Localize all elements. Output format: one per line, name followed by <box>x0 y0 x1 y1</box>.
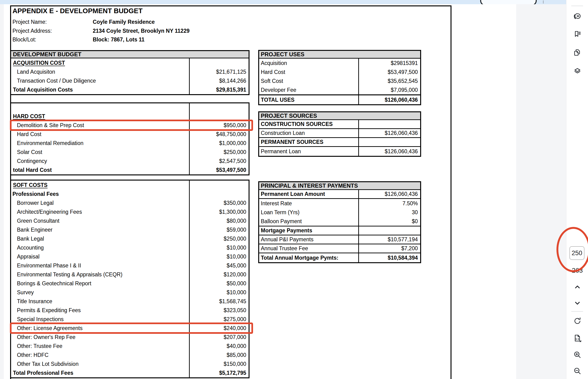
rotate-icon[interactable] <box>573 317 582 326</box>
row-value: $50,000 <box>190 279 248 288</box>
row-label: Annual Trustee Fee <box>259 244 359 253</box>
budget-row: ACQUISITION COST <box>11 58 248 67</box>
row-value: $275,000 <box>190 315 248 324</box>
row-value: $126,060,436 <box>359 95 420 104</box>
chevron-down-icon[interactable] <box>573 299 582 308</box>
row-value: $59,000 <box>190 225 248 234</box>
row-label: Hard Cost <box>11 130 190 139</box>
budget-row: Borrower Legal$350,000 <box>11 198 248 207</box>
viewer-sidebar: 263 1:1 <box>566 0 588 379</box>
project-name-row: Project Name: Coyle Family Residence <box>13 18 155 25</box>
row-label: Contingency <box>11 157 190 165</box>
budget-row: Environmental Phase I & II$45,000 <box>11 261 248 270</box>
row-label: ACQUISITION COST <box>11 58 190 67</box>
row-label: Solar Cost <box>11 148 190 157</box>
pdf-viewer: APPENDIX E - DEVELOPMENT BUDGET Project … <box>0 0 588 379</box>
table-header-row: PROJECT USES <box>259 51 420 59</box>
row-value: $126,060,436 <box>359 129 420 137</box>
row-label: Architect/Engineering Fees <box>11 207 190 216</box>
row-value: $35,652,545 <box>359 77 420 85</box>
budget-row: Bank Legal$250,000 <box>11 234 248 243</box>
row-label: Other Tax Lot Subdivision <box>11 360 190 368</box>
row-value: $7,095,000 <box>359 85 420 95</box>
row-label: Acquisition <box>259 59 359 68</box>
row-value <box>359 138 420 146</box>
svg-text:1:1: 1:1 <box>575 338 579 340</box>
budget-row: Green Consultant$80,000 <box>11 216 248 225</box>
sidebar-divider <box>571 311 583 312</box>
row-value: $53,497,500 <box>190 165 248 174</box>
row-value <box>359 226 420 235</box>
table-header-row: PRINCIPAL & INTEREST PAYMENTS <box>259 182 420 190</box>
row-label: Environmental Remediation <box>11 139 190 148</box>
row-value <box>190 190 248 198</box>
row-value: $10,000 <box>190 288 248 297</box>
toolbar-divider <box>543 0 543 3</box>
budget-row: SOFT COSTS <box>11 181 248 190</box>
chevron-up-icon[interactable] <box>573 283 582 291</box>
row-label: Borrower Legal <box>11 198 190 207</box>
row-value: $1,300,000 <box>190 207 248 216</box>
zoom-out-icon[interactable] <box>573 366 582 376</box>
table-row: Annual Trustee Fee$7,200 <box>259 244 420 253</box>
row-value: $85,000 <box>190 350 248 360</box>
table-row: CONSTRUCTION SOURCES <box>259 120 420 129</box>
row-label: Other: HDFC <box>11 350 190 360</box>
row-label: Borings & Geotechnical Report <box>11 279 190 288</box>
row-value: $0 <box>359 217 420 226</box>
budget-row: Transaction Cost / Due Diligence$8,144,2… <box>11 76 248 85</box>
budget-row: Accounting$10,000 <box>11 243 248 252</box>
row-label: Special Inspections <box>11 315 190 324</box>
pages-icon[interactable] <box>573 48 582 57</box>
row-label: Mortgage Payments <box>259 226 359 235</box>
budget-row: Demolition & Site Prep Cost$950,000 <box>11 121 248 130</box>
row-label: Construction Loan <box>259 129 359 137</box>
layers-icon[interactable] <box>573 67 582 76</box>
budget-row: Other: Trustee Fee$40,000 <box>11 342 248 350</box>
row-label: Developer Fee <box>259 85 359 95</box>
row-value: $240,000 <box>190 324 248 333</box>
page-number-input[interactable] <box>569 246 585 260</box>
row-label: SOFT COSTS <box>11 181 190 190</box>
block-lot-label: Block/Lot: <box>13 36 93 43</box>
row-label: Other: Trustee Fee <box>11 342 190 350</box>
row-value: $7,200 <box>359 244 420 253</box>
row-label: Title Insurance <box>11 297 190 306</box>
project-name-label: Project Name: <box>13 19 93 25</box>
project-address-label: Project Address: <box>13 28 93 34</box>
row-value: $2,547,500 <box>190 157 248 165</box>
bookmarks-icon[interactable] <box>573 30 582 39</box>
document-title: APPENDIX E - DEVELOPMENT BUDGET <box>13 7 143 15</box>
row-label: Soft Cost <box>259 77 359 85</box>
budget-row: Special Inspections$275,000 <box>11 315 248 324</box>
browser-toolbar-strip <box>0 0 566 4</box>
row-value <box>190 58 248 67</box>
group-values: 7.50%30$0 <box>359 199 420 226</box>
budget-row: Environmental Testing & Appraisals (CEQR… <box>11 270 248 279</box>
budget-row: Architect/Engineering Fees$1,300,000 <box>11 207 248 216</box>
table-row: Acquisition$29815391 <box>259 59 420 68</box>
row-value: $45,000 <box>190 261 248 270</box>
row-label: Interest Rate <box>259 199 358 208</box>
row-value: $150,000 <box>190 360 248 368</box>
row-value: $120,000 <box>190 270 248 279</box>
row-label: Appraisal <box>11 252 190 261</box>
budget-row: Other: License Agreements$240,000 <box>11 324 248 333</box>
budget-row: Land Acquisiton$21,671,125 <box>11 67 248 76</box>
comments-icon[interactable] <box>573 12 582 21</box>
row-label: Loan Term (Yrs) <box>259 208 358 217</box>
toolbar-button-partial[interactable] <box>480 0 537 4</box>
row-label: Bank Legal <box>11 234 190 243</box>
zoom-in-icon[interactable] <box>573 350 582 359</box>
table-row: Total Annual Mortgage Pymts:$10,584,394 <box>259 253 420 262</box>
budget-row: Title Insurance$1,568,745 <box>11 297 248 306</box>
table-header-label: PROJECT SOURCES <box>259 112 420 119</box>
budget-row: Other Tax Lot Subdivision$150,000 <box>11 360 248 368</box>
row-label: Accounting <box>11 243 190 252</box>
project-sources-table: PROJECT SOURCESCONSTRUCTION SOURCESConst… <box>258 111 421 157</box>
row-label: Total Professional Fees <box>11 368 190 377</box>
actual-size-icon[interactable]: 1:1 <box>573 334 582 343</box>
row-label: Land Acquisiton <box>11 67 190 76</box>
table-row: Developer Fee$7,095,000 <box>259 85 420 95</box>
row-value: $250,000 <box>190 148 248 157</box>
